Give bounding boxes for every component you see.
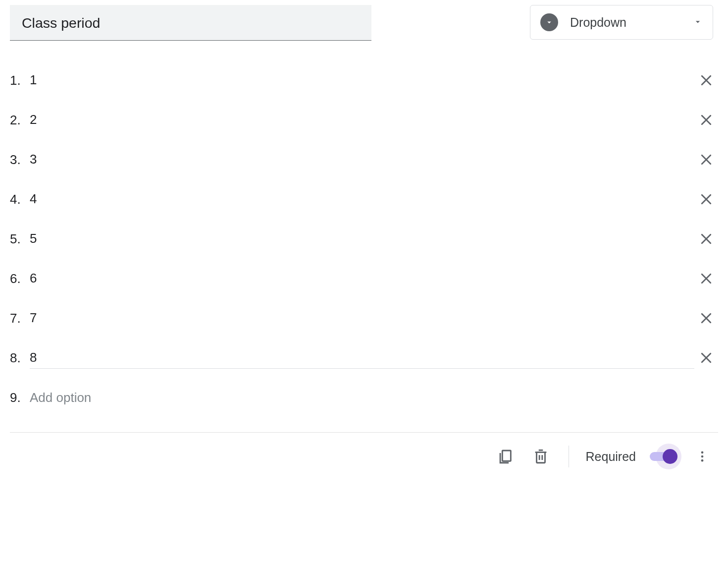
option-text-input[interactable]: 8 [30,347,694,369]
option-row: 1.1 [10,60,718,100]
option-number: 7. [10,311,30,326]
option-number: 4. [10,192,30,207]
remove-option-button[interactable] [694,271,718,286]
option-number: 6. [10,271,30,286]
option-row: 2.2 [10,100,718,140]
option-number: 8. [10,350,30,366]
option-text-input[interactable]: 2 [30,109,694,131]
option-text-input[interactable]: 7 [30,307,694,329]
option-text-input[interactable]: 3 [30,149,694,170]
question-type-label: Dropdown [570,15,626,30]
option-text-input[interactable]: 1 [30,69,694,91]
svg-point-25 [701,459,704,462]
footer-separator [569,446,569,467]
option-row: 5.5 [10,219,718,259]
option-row: 4.4 [10,179,718,219]
svg-point-23 [701,452,704,454]
remove-option-button[interactable] [694,350,718,365]
remove-option-button[interactable] [694,311,718,326]
option-number: 3. [10,152,30,168]
option-row: 6.6 [10,259,718,298]
svg-rect-22 [502,451,511,461]
caret-down-icon [693,15,703,30]
option-row: 3.3 [10,140,718,179]
svg-point-24 [701,455,704,458]
delete-button[interactable] [530,446,552,467]
remove-option-button[interactable] [694,113,718,127]
option-number: 2. [10,113,30,128]
option-row: 7.7 [10,298,718,338]
question-type-selector[interactable]: Dropdown [530,5,713,40]
add-option-input[interactable]: Add option [30,390,91,405]
option-text-input[interactable]: 4 [30,188,694,210]
question-title-input[interactable] [10,5,371,41]
dropdown-icon [540,13,558,31]
option-number: 5. [10,231,30,247]
add-option-number: 9. [10,390,30,405]
more-options-button[interactable] [691,446,713,467]
remove-option-button[interactable] [694,73,718,88]
required-toggle[interactable] [650,444,677,469]
remove-option-button[interactable] [694,152,718,167]
option-row: 8.8 [10,338,718,378]
required-label: Required [586,450,636,464]
remove-option-button[interactable] [694,192,718,207]
remove-option-button[interactable] [694,231,718,246]
option-text-input[interactable]: 5 [30,228,694,250]
duplicate-button[interactable] [494,446,516,467]
option-text-input[interactable]: 6 [30,268,694,289]
option-number: 1. [10,73,30,88]
